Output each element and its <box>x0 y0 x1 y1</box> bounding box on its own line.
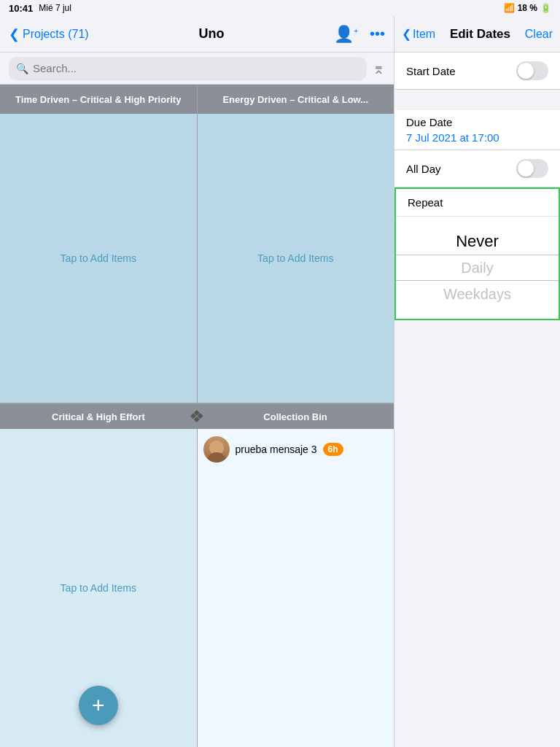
battery-label: 18 % <box>518 3 537 13</box>
divider-right-label: Collection Bin <box>197 404 394 429</box>
plus-icon: + <box>92 693 105 718</box>
diamond-icon: ❖ <box>189 406 205 427</box>
due-date-label: Due Date <box>406 116 548 128</box>
top-left-col: Time Driven – Critical & High Priority T… <box>0 85 198 403</box>
filter-icon[interactable]: ⌆ <box>373 60 385 77</box>
status-time: 10:41 <box>9 3 33 14</box>
due-date-row: Due Date 7 Jul 2021 at 17:00 <box>394 110 560 150</box>
bottom-left-col: Tap to Add Items + <box>0 429 198 747</box>
right-content: Start Date Due Date 7 Jul 2021 at 17:00 … <box>394 53 560 747</box>
edit-dates-title: Edit Dates <box>441 27 519 42</box>
chevron-left-icon: ❮ <box>402 27 411 41</box>
section-gap-1 <box>394 90 560 110</box>
status-time-area: 10:41 Mié 7 jul <box>9 3 71 14</box>
battery-icon: 🔋 <box>540 3 551 13</box>
more-options-button[interactable]: ••• <box>370 26 385 42</box>
start-date-toggle[interactable] <box>516 61 548 80</box>
grid-area: Time Driven – Critical & High Priority T… <box>0 85 394 747</box>
chevron-left-icon: ❮ <box>9 26 20 42</box>
notif-badge: 6h <box>323 443 343 456</box>
all-day-label: All Day <box>406 163 441 175</box>
projects-back-button[interactable]: ❮ Projects (71) <box>9 26 89 42</box>
clear-button[interactable]: Clear <box>525 28 553 41</box>
notif-text: prueba mensaje 3 <box>236 444 317 455</box>
search-input[interactable] <box>33 62 359 74</box>
search-icon: 🔍 <box>16 63 28 74</box>
bottom-right-col: prueba mensaje 3 6h <box>198 429 394 747</box>
all-day-toggle-knob <box>518 160 534 177</box>
top-right-header: Energy Driven – Critical & Low... <box>198 85 394 114</box>
item-back-label: Item <box>413 28 435 41</box>
nav-right-icons: 👤+ ••• <box>334 25 385 44</box>
add-user-button[interactable]: 👤+ <box>334 25 358 44</box>
nav-bar-left: ❮ Projects (71) Uno 👤+ ••• <box>0 16 394 53</box>
all-day-row: All Day <box>394 150 560 187</box>
toggle-knob <box>518 63 534 79</box>
right-panel: ❮ Item Edit Dates Clear Start Date Due D… <box>394 16 560 747</box>
start-date-row: Start Date <box>394 53 560 90</box>
add-item-fab[interactable]: + <box>79 686 118 725</box>
project-title: Uno <box>89 26 334 42</box>
left-panel: ❮ Projects (71) Uno 👤+ ••• 🔍 ⌆ Time Driv… <box>0 16 394 747</box>
repeat-label: Repeat <box>396 189 559 217</box>
main-layout: ❮ Projects (71) Uno 👤+ ••• 🔍 ⌆ Time Driv… <box>0 16 560 747</box>
due-date-value[interactable]: 7 Jul 2021 at 17:00 <box>406 131 548 144</box>
status-day: Mié 7 jul <box>39 3 71 13</box>
top-right-col: Energy Driven – Critical & Low... Tap to… <box>198 85 394 403</box>
repeat-option-daily[interactable]: Daily <box>396 255 559 281</box>
repeat-section: Repeat Never Daily Weekdays <box>394 187 560 320</box>
repeat-picker[interactable]: Never Daily Weekdays <box>396 217 559 319</box>
projects-back-label: Projects (71) <box>23 28 89 41</box>
top-grid: Time Driven – Critical & High Priority T… <box>0 85 394 404</box>
bottom-left-tap-label[interactable]: Tap to Add Items <box>61 582 136 594</box>
top-left-tap-label[interactable]: Tap to Add Items <box>61 252 136 264</box>
item-back-button[interactable]: ❮ Item <box>402 27 435 41</box>
repeat-option-weekdays[interactable]: Weekdays <box>396 281 559 307</box>
wifi-icon: 📶 <box>504 3 515 13</box>
bottom-grid: Tap to Add Items + prueba mensaje 3 <box>0 429 394 747</box>
search-input-wrap[interactable]: 🔍 <box>9 57 367 80</box>
top-left-header: Time Driven – Critical & High Priority <box>0 85 197 114</box>
search-bar: 🔍 ⌆ <box>0 53 394 85</box>
repeat-option-never[interactable]: Never <box>396 228 559 255</box>
bottom-left-body[interactable]: Tap to Add Items + <box>0 429 197 747</box>
divider-left-label: Critical & High Effort <box>0 404 197 429</box>
divider-row: Critical & High Effort ❖ Collection Bin <box>0 404 394 429</box>
avatar <box>203 436 230 462</box>
status-bar: 10:41 Mié 7 jul 📶 18 % 🔋 <box>0 0 560 16</box>
nav-bar-right: ❮ Item Edit Dates Clear <box>394 16 560 53</box>
top-right-body[interactable]: Tap to Add Items <box>198 114 394 403</box>
status-icons: 📶 18 % 🔋 <box>504 3 551 13</box>
all-day-toggle[interactable] <box>516 159 548 178</box>
avatar-face <box>203 436 230 462</box>
bottom-right-body: prueba mensaje 3 6h <box>198 429 394 747</box>
top-right-tap-label[interactable]: Tap to Add Items <box>257 252 333 264</box>
top-left-body[interactable]: Tap to Add Items <box>0 114 197 403</box>
notification-item[interactable]: prueba mensaje 3 6h <box>203 436 343 462</box>
start-date-label: Start Date <box>406 65 456 77</box>
